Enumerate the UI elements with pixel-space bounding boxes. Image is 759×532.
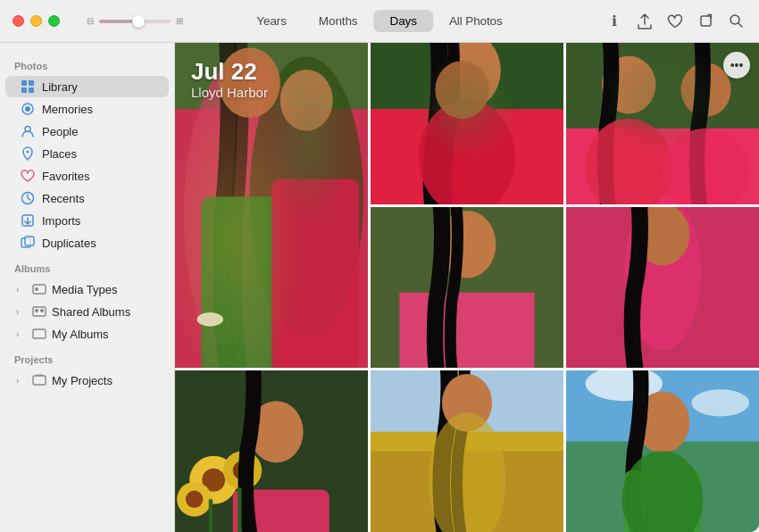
maximize-button[interactable] xyxy=(48,15,60,27)
svg-point-7 xyxy=(25,106,30,112)
media-types-icon xyxy=(31,281,47,297)
photo-grid: ••• xyxy=(175,43,759,532)
svg-point-35 xyxy=(602,56,655,114)
minimize-button[interactable] xyxy=(30,15,42,27)
imports-icon xyxy=(20,212,36,229)
more-options-button[interactable]: ••• xyxy=(723,52,750,79)
photo-cell-5[interactable] xyxy=(566,207,759,369)
sidebar-item-people[interactable]: People xyxy=(5,121,169,142)
svg-point-15 xyxy=(35,287,38,291)
svg-point-37 xyxy=(586,119,672,204)
sidebar-item-memories[interactable]: Memories xyxy=(5,98,169,120)
svg-point-36 xyxy=(681,62,731,116)
svg-point-30 xyxy=(433,43,501,109)
people-icon xyxy=(20,123,36,139)
sidebar: Photos Library Memories xyxy=(0,43,175,532)
svg-rect-2 xyxy=(21,80,27,86)
zoom-slider-area: ⊟ ⊞ xyxy=(87,16,183,26)
sidebar-favorites-label: Favorites xyxy=(42,170,89,183)
zoom-in-icon: ⊞ xyxy=(176,16,183,26)
svg-rect-55 xyxy=(238,488,241,532)
sidebar-my-albums-label: My Albums xyxy=(52,328,109,341)
titlebar: ⊟ ⊞ Years Months Days All Photos ℹ xyxy=(0,0,759,43)
svg-rect-4 xyxy=(21,87,27,93)
sidebar-item-favorites[interactable]: Favorites xyxy=(5,165,169,187)
day-date: Jul 22 xyxy=(191,59,268,85)
sidebar-places-label: Places xyxy=(42,147,77,161)
svg-rect-26 xyxy=(271,179,359,369)
places-icon xyxy=(20,145,36,162)
svg-point-31 xyxy=(419,99,515,204)
photos-section-label: Photos xyxy=(0,52,174,75)
slider-thumb[interactable] xyxy=(132,15,145,28)
tab-days[interactable]: Days xyxy=(374,10,433,32)
toolbar-icons: ℹ xyxy=(605,12,759,30)
tab-all-photos[interactable]: All Photos xyxy=(433,10,519,32)
photo-cell-7[interactable] xyxy=(371,370,563,532)
svg-rect-5 xyxy=(29,87,34,93)
svg-point-21 xyxy=(184,56,306,368)
svg-rect-34 xyxy=(566,129,759,204)
sidebar-item-my-albums[interactable]: › My Albums xyxy=(5,323,169,345)
zoom-slider[interactable] xyxy=(99,20,171,23)
chevron-right-icon-4: › xyxy=(16,376,27,386)
recents-icon xyxy=(20,190,36,206)
rotate-icon[interactable] xyxy=(696,12,714,30)
duplicates-icon xyxy=(20,235,36,251)
projects-section-label: Projects xyxy=(0,345,174,369)
chevron-right-icon-3: › xyxy=(16,329,27,339)
photo-cell-8[interactable] xyxy=(566,370,759,532)
sidebar-library-label: Library xyxy=(42,80,78,94)
day-location: Lloyd Harbor xyxy=(191,85,268,100)
view-tabs: Years Months Days All Photos xyxy=(240,10,518,32)
library-icon xyxy=(20,79,36,95)
favorites-icon xyxy=(20,168,36,184)
sidebar-shared-albums-label: Shared Albums xyxy=(52,305,130,319)
photo-cell-3[interactable]: ••• xyxy=(566,43,759,204)
tab-months[interactable]: Months xyxy=(303,10,374,32)
share-icon[interactable] xyxy=(636,12,654,30)
sidebar-item-my-projects[interactable]: › My Projects xyxy=(5,370,169,391)
info-icon[interactable]: ℹ xyxy=(605,12,623,30)
my-projects-icon xyxy=(31,372,47,388)
svg-point-24 xyxy=(280,70,333,131)
albums-section-label: Albums xyxy=(0,254,174,278)
heart-icon[interactable] xyxy=(666,12,684,30)
photo-cell-6[interactable] xyxy=(175,370,368,532)
sidebar-recents-label: Recents xyxy=(42,192,85,205)
svg-point-38 xyxy=(663,129,749,204)
svg-rect-13 xyxy=(25,237,34,245)
svg-rect-54 xyxy=(209,500,213,532)
photo-cell-4[interactable] xyxy=(371,207,563,369)
svg-rect-16 xyxy=(33,307,46,316)
sidebar-item-shared-albums[interactable]: › Shared Albums xyxy=(5,301,169,322)
sidebar-duplicates-label: Duplicates xyxy=(42,237,96,250)
photo-area: Jul 22 Lloyd Harbor xyxy=(175,43,759,532)
svg-rect-18 xyxy=(33,376,46,385)
sidebar-imports-label: Imports xyxy=(42,214,80,228)
svg-rect-40 xyxy=(399,292,534,368)
sidebar-item-imports[interactable]: Imports xyxy=(5,210,169,231)
zoom-out-icon: ⊟ xyxy=(87,16,94,26)
sidebar-my-projects-label: My Projects xyxy=(52,374,113,387)
sidebar-item-library[interactable]: Library xyxy=(5,76,169,97)
main-content: Photos Library Memories xyxy=(0,43,759,532)
grid-wrapper: Jul 22 Lloyd Harbor xyxy=(175,43,759,532)
chevron-right-icon: › xyxy=(16,285,27,295)
sidebar-item-places[interactable]: Places xyxy=(5,143,169,164)
day-header: Jul 22 Lloyd Harbor xyxy=(191,59,268,100)
tab-years[interactable]: Years xyxy=(240,10,303,32)
svg-rect-3 xyxy=(29,80,34,86)
sidebar-item-duplicates[interactable]: Duplicates xyxy=(5,232,169,254)
sidebar-people-label: People xyxy=(42,125,78,138)
photo-cell-2[interactable] xyxy=(371,43,563,204)
sidebar-item-media-types[interactable]: › Media Types xyxy=(5,278,169,300)
chevron-right-icon-2: › xyxy=(16,307,27,317)
close-button[interactable] xyxy=(13,15,24,27)
shared-albums-icon xyxy=(31,303,47,320)
search-icon[interactable] xyxy=(727,12,745,30)
svg-rect-20 xyxy=(175,109,368,368)
memories-icon xyxy=(20,101,36,117)
svg-rect-0 xyxy=(701,16,711,26)
sidebar-item-recents[interactable]: Recents xyxy=(5,187,169,209)
